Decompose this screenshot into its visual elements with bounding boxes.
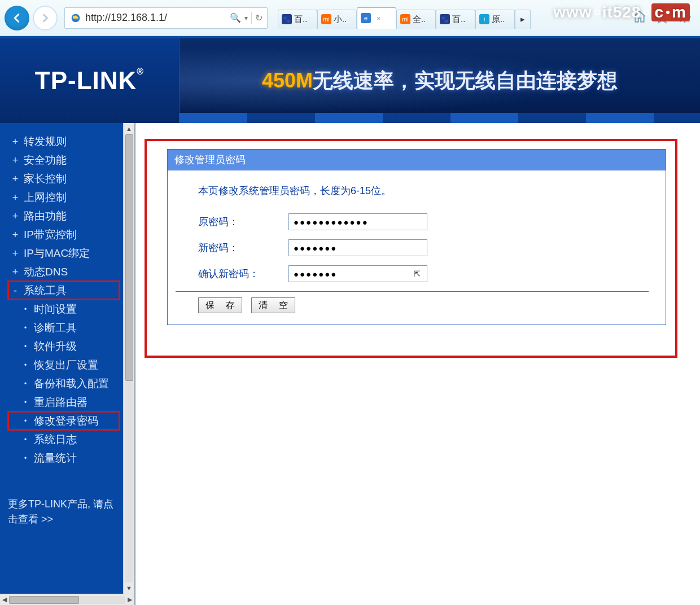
sidebar-item-label: 系统日志: [34, 434, 77, 445]
browser-tab[interactable]: i原..: [475, 10, 515, 29]
sidebar-subitem[interactable]: •恢复出厂设置: [8, 356, 120, 374]
plus-icon: +: [11, 174, 19, 184]
hscroll-thumb[interactable]: [9, 596, 79, 604]
save-button[interactable]: 保 存: [198, 297, 242, 313]
new-password-input[interactable]: [288, 239, 427, 256]
sidebar-horizontal-scrollbar[interactable]: ◀ ▶: [0, 594, 134, 605]
sidebar-item-label: 恢复出厂设置: [34, 360, 98, 370]
plus-icon: +: [11, 211, 19, 221]
sidebar-item[interactable]: +IP与MAC绑定: [8, 244, 120, 262]
url-input[interactable]: [85, 12, 226, 24]
nav-forward-button[interactable]: [33, 6, 58, 30]
sidebar-subitem[interactable]: •流量统计: [8, 449, 120, 467]
old-password-input[interactable]: [288, 213, 427, 230]
sidebar-item[interactable]: +上网控制: [8, 188, 120, 207]
ie-icon: [69, 12, 82, 24]
sidebar-subitem[interactable]: •时间设置: [8, 300, 120, 318]
more-products-link[interactable]: 更多TP-LINK产品, 请点击查看 >>: [8, 497, 120, 527]
browser-tab[interactable]: mi全..: [396, 10, 436, 29]
old-password-label: 原密码：: [198, 215, 288, 229]
sidebar-subitem[interactable]: •修改登录密码: [8, 411, 120, 430]
tab-favicon-icon: 🐾: [440, 14, 450, 24]
panel-hint: 本页修改系统管理员密码，长度为6-15位。: [198, 184, 649, 198]
new-password-label: 新密码：: [198, 241, 288, 255]
sidebar-item-label: 重启路由器: [34, 397, 88, 407]
dot-icon: •: [21, 399, 29, 406]
browser-tab[interactable]: e×: [357, 7, 396, 29]
tab-label: 百..: [294, 14, 307, 25]
sidebar-item-label: 转发规则: [24, 136, 67, 147]
address-bar[interactable]: 🔍 ▾ ↻: [64, 7, 268, 29]
sidebar-item-label: 系统工具: [24, 285, 67, 296]
browser-tab[interactable]: 🐾百..: [278, 10, 317, 29]
clear-button[interactable]: 清 空: [251, 297, 295, 313]
dot-icon: •: [21, 380, 29, 387]
sidebar-item[interactable]: -系统工具: [8, 281, 120, 300]
sidebar-item-label: 安全功能: [24, 155, 67, 165]
sidebar-item-label: 软件升级: [34, 341, 77, 352]
sidebar-item-label: 家长控制: [24, 173, 67, 184]
main-content: 修改管理员密码 本页修改系统管理员密码，长度为6-15位。 原密码： 新密码： …: [135, 123, 700, 605]
browser-tab[interactable]: 🐾百..: [436, 10, 475, 29]
sidebar-item-label: 流量统计: [34, 453, 77, 463]
tab-overflow-button[interactable]: ▸: [515, 10, 531, 29]
sidebar-subitem[interactable]: •系统日志: [8, 430, 120, 449]
sidebar-item-label: 诊断工具: [34, 322, 77, 333]
panel-title: 修改管理员密码: [167, 149, 666, 170]
sidebar-subitem[interactable]: •软件升级: [8, 337, 120, 356]
sidebar-item[interactable]: +路由功能: [8, 207, 120, 225]
sidebar-item-label: IP带宽控制: [24, 229, 77, 240]
sidebar-subitem[interactable]: •诊断工具: [8, 318, 120, 337]
minus-icon: -: [11, 286, 19, 296]
scroll-left-icon[interactable]: ◀: [2, 596, 7, 603]
sidebar-item-label: IP与MAC绑定: [24, 248, 90, 258]
search-icon[interactable]: 🔍: [230, 12, 241, 23]
watermark-overlay: wwwit528 cm: [553, 3, 690, 21]
sidebar-item-label: 上网控制: [24, 192, 67, 203]
refresh-icon[interactable]: ↻: [255, 12, 262, 23]
tab-strip: 🐾百..mi小..e×mi全..🐾百..i原..▸: [278, 7, 531, 29]
sidebar-item-label: 备份和载入配置: [34, 378, 109, 389]
scroll-down-icon[interactable]: ▼: [126, 585, 132, 591]
sidebar-subitem[interactable]: •备份和载入配置: [8, 374, 120, 393]
tab-favicon-icon: e: [361, 13, 371, 23]
dot-icon: •: [21, 343, 29, 350]
sidebar-item-label: 动态DNS: [24, 266, 68, 277]
confirm-password-label: 确认新密码：: [198, 267, 288, 280]
dot-icon: •: [21, 362, 29, 369]
highlight-box: 修改管理员密码 本页修改系统管理员密码，长度为6-15位。 原密码： 新密码： …: [145, 139, 677, 358]
sidebar-item[interactable]: +安全功能: [8, 151, 120, 169]
sidebar-item[interactable]: +动态DNS: [8, 262, 120, 281]
plus-icon: +: [11, 137, 19, 147]
sidebar-item-label: 修改登录密码: [34, 415, 98, 426]
sidebar-subitem[interactable]: •重启路由器: [8, 393, 120, 411]
tab-favicon-icon: 🐾: [282, 14, 292, 24]
dot-icon: •: [21, 455, 29, 462]
tab-label: 小..: [334, 14, 347, 25]
confirm-password-input[interactable]: [288, 265, 427, 282]
plus-icon: +: [11, 192, 19, 203]
plus-icon: +: [11, 248, 19, 258]
plus-icon: +: [11, 155, 19, 165]
scroll-right-icon[interactable]: ▶: [128, 596, 132, 603]
dot-icon: •: [21, 325, 29, 331]
nav-back-button[interactable]: [5, 6, 29, 30]
scroll-up-icon[interactable]: ▲: [126, 125, 132, 132]
tab-label: 全..: [413, 14, 426, 25]
sidebar-item[interactable]: +转发规则: [8, 132, 120, 151]
sidebar-item[interactable]: +家长控制: [8, 169, 120, 188]
sidebar-item[interactable]: +IP带宽控制: [8, 225, 120, 244]
sidebar-item-label: 路由功能: [24, 211, 67, 221]
plus-icon: +: [11, 267, 19, 277]
sidebar-nav: +转发规则+安全功能+家长控制+上网控制+路由功能+IP带宽控制+IP与MAC绑…: [0, 123, 123, 594]
dot-icon: •: [21, 418, 29, 424]
browser-tab[interactable]: mi小..: [317, 10, 357, 29]
dot-icon: •: [21, 436, 29, 443]
sidebar-item-label: 时间设置: [34, 304, 77, 314]
tab-favicon-icon: mi: [321, 14, 331, 24]
dot-icon: •: [21, 306, 29, 313]
sidebar-vertical-scrollbar[interactable]: ▲ ▼: [123, 123, 134, 594]
page-banner: TP-LINK® 450M无线速率，实现无线自由连接梦想: [0, 38, 700, 123]
scroll-thumb[interactable]: [125, 134, 133, 381]
close-icon[interactable]: ×: [377, 14, 381, 23]
